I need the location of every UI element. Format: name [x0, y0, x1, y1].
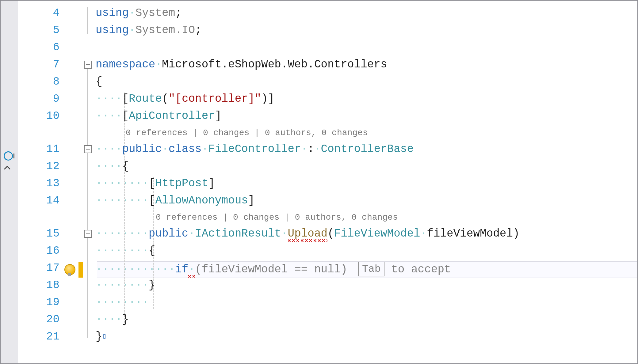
lightbulb-icon[interactable]	[64, 264, 75, 275]
line-number: 19	[20, 296, 59, 309]
line-number: 6	[20, 41, 59, 54]
line-number: 10	[20, 110, 59, 123]
method-name-error[interactable]: Upload	[288, 227, 328, 242]
code-line-current[interactable]: ············if·(fileViewModel == null)Ta…	[96, 261, 637, 279]
code-line[interactable]: ········[AllowAnonymous]	[96, 194, 637, 211]
code-line[interactable]: ········[HttpPost]	[96, 176, 637, 194]
change-marker	[78, 262, 83, 278]
outline-line	[87, 7, 88, 34]
line-number: 11	[20, 143, 59, 156]
codelens-class[interactable]: 0 references | 0 changes | 0 authors, 0 …	[126, 128, 368, 140]
line-number: 16	[20, 245, 59, 257]
code-editor-viewport: 4 5 6 7 8 9 10 11 12 13 14 15 16 17 18 1…	[0, 0, 638, 364]
line-number: 21	[20, 330, 59, 343]
code-line[interactable]: ····}	[96, 313, 637, 330]
indicator-margin	[64, 1, 83, 363]
code-line[interactable]: {	[96, 75, 637, 93]
code-line[interactable]: ········}	[96, 278, 637, 296]
code-line[interactable]: }▯	[96, 330, 637, 347]
code-line[interactable]: using·System.IO;	[96, 23, 637, 41]
line-number: 18	[20, 279, 59, 292]
fold-toggle[interactable]	[84, 61, 92, 69]
line-number: 14	[20, 194, 59, 207]
fold-toggle[interactable]	[84, 145, 92, 153]
line-number: 8	[20, 75, 59, 88]
accept-hint-text: to accept	[391, 263, 451, 276]
code-line[interactable]: ····public·class·FileController·:·Contro…	[96, 142, 637, 160]
line-number: 13	[20, 177, 59, 190]
outline-gutter	[83, 1, 94, 363]
line-number: 17	[20, 262, 59, 275]
fold-toggle[interactable]	[84, 230, 92, 238]
codelens-method[interactable]: 0 references | 0 changes | 0 authors, 0 …	[156, 213, 398, 225]
code-line[interactable]: ····[ApiController]	[96, 109, 637, 127]
code-line[interactable]: ········{	[96, 244, 637, 262]
line-number: 9	[20, 93, 59, 105]
code-content[interactable]: using·System; using·System.IO; namespace…	[96, 1, 637, 363]
line-number: 12	[20, 160, 59, 173]
code-line[interactable]: ········public·IActionResult·Upload(File…	[96, 227, 637, 245]
class-nav-icon[interactable]	[4, 150, 18, 176]
outline-line	[87, 69, 88, 338]
line-number: 7	[20, 58, 59, 71]
code-line[interactable]: namespace·Microsoft.eShopWeb.Web.Control…	[96, 58, 637, 75]
line-number: 5	[20, 24, 59, 37]
end-of-file-marker: ▯	[102, 332, 107, 340]
glyph-margin	[1, 1, 18, 363]
code-line[interactable]: using·System;	[96, 6, 637, 24]
code-line[interactable]	[96, 40, 637, 58]
line-number: 15	[20, 227, 59, 240]
line-number-gutter: 4 5 6 7 8 9 10 11 12 13 14 15 16 17 18 1…	[18, 1, 64, 363]
code-line[interactable]: ····{	[96, 159, 637, 177]
code-line[interactable]: ········	[96, 295, 637, 313]
code-line[interactable]: ····[Route("[controller]")]	[96, 92, 637, 110]
line-number: 20	[20, 313, 59, 326]
tab-key-hint: Tab	[358, 262, 384, 276]
line-number: 4	[20, 7, 59, 20]
